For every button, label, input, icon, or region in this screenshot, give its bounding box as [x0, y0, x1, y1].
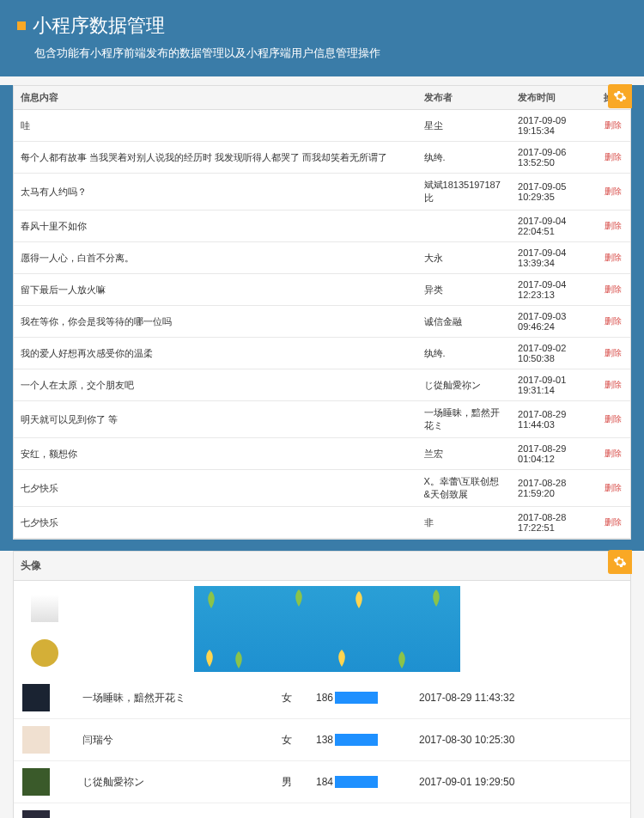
cell-content: 春风十里不如你: [14, 211, 417, 242]
delete-link[interactable]: 删除: [605, 449, 622, 458]
cell-time: 2017-09-04 12:23:13: [511, 274, 596, 306]
user-row: 大海 男 159 2017-09-01 23:35:21: [14, 803, 630, 818]
user-row: じ從舢愛祢ン 男 184 2017-09-01 19:29:50: [14, 761, 630, 803]
cell-time: 2017-09-03 09:46:24: [511, 306, 596, 338]
cell-author: 斌斌18135197187比: [417, 174, 511, 211]
cell-time: 2017-08-28 17:22:51: [511, 507, 596, 539]
table-row: 哇 星尘 2017-09-09 19:15:34 删除: [14, 110, 630, 142]
delete-link[interactable]: 删除: [605, 380, 622, 389]
table-row: 春风十里不如你 2017-09-04 22:04:51 删除: [14, 211, 630, 242]
user-gender: 女: [282, 691, 316, 705]
user-phone: 186: [316, 692, 419, 704]
table-row: 一个人在太原，交个朋友吧 じ從舢愛祢ン 2017-09-01 19:31:14 …: [14, 369, 630, 401]
cell-time: 2017-09-06 13:52:50: [511, 142, 596, 174]
cell-author: 星尘: [417, 110, 511, 142]
phone-masked: [335, 734, 378, 746]
delete-link[interactable]: 删除: [605, 517, 622, 527]
settings-button[interactable]: [608, 84, 632, 108]
cell-time: 2017-09-04 13:39:34: [511, 242, 596, 274]
user-avatar: [14, 761, 76, 803]
cell-content: 留下最后一人放火嘛: [14, 274, 417, 306]
cell-time: 2017-09-01 19:31:14: [511, 369, 596, 401]
settings-button[interactable]: [608, 550, 632, 574]
delete-link[interactable]: 删除: [605, 152, 622, 162]
delete-link[interactable]: 删除: [605, 414, 622, 424]
cell-content: 太马有人约吗？: [14, 174, 417, 211]
cell-content: 明天就可以见到你了 等: [14, 401, 417, 438]
cell-content: 我的爱人好想再次感受你的温柔: [14, 338, 417, 369]
cell-content: 安红，额想你: [14, 438, 417, 470]
page-header: 小程序数据管理 包含功能有小程序前端发布的数据管理以及小程序端用户信息管理操作: [0, 0, 644, 76]
cell-author: 兰宏: [417, 438, 511, 470]
title-marker-icon: [17, 21, 26, 30]
table-row: 明天就可以见到你了 等 一场睡昧，黯然开花ミ 2017-08-29 11:44:…: [14, 401, 630, 438]
user-row: 闫瑞兮 女 138 2017-08-30 10:25:30: [14, 719, 630, 761]
page-subtitle: 包含功能有小程序前端发布的数据管理以及小程序端用户信息管理操作: [34, 46, 627, 61]
cell-time: 2017-09-09 19:15:34: [511, 110, 596, 142]
user-phone: 184: [316, 776, 419, 788]
user-avatar: [14, 677, 76, 718]
cell-time: 2017-09-04 22:04:51: [511, 211, 596, 242]
table-row: 愿得一人心，白首不分离。 大永 2017-09-04 13:39:34 删除: [14, 242, 630, 274]
phone-masked: [335, 692, 378, 704]
col-header-content: 信息内容: [14, 86, 417, 110]
user-avatar: [14, 803, 76, 818]
delete-link[interactable]: 删除: [605, 483, 622, 492]
user-phone: 138: [316, 734, 419, 746]
cell-content: 我在等你，你会是我等待的哪一位吗: [14, 306, 417, 338]
cell-content: 愿得一人心，白首不分离。: [14, 242, 417, 274]
cell-time: 2017-08-28 21:59:20: [511, 470, 596, 507]
users-panel: 头像 一场睡昧，黯然开花ミ 女 186 2017-08-29 11:43:32 …: [13, 551, 631, 818]
avatar-thumbnail: [31, 639, 58, 667]
cell-content: 每个人都有故事 当我哭着对别人说我的经历时 我发现听得人都哭了 而我却笑着无所谓…: [14, 142, 417, 174]
delete-link[interactable]: 删除: [605, 316, 622, 326]
banner-image: [194, 586, 460, 672]
avatar-thumbnail: [31, 595, 58, 622]
cell-author: 纨绔.: [417, 142, 511, 174]
table-row: 七夕快乐 X。幸蕾\互联创想&天创致展 2017-08-28 21:59:20 …: [14, 470, 630, 507]
user-time: 2017-08-29 11:43:32: [419, 692, 514, 704]
user-name: 闫瑞兮: [76, 733, 282, 748]
delete-link[interactable]: 删除: [605, 284, 622, 294]
cell-author: [417, 211, 511, 242]
cell-author: 异类: [417, 274, 511, 306]
table-row: 我在等你，你会是我等待的哪一位吗 诚信金融 2017-09-03 09:46:2…: [14, 306, 630, 338]
cell-author: 大永: [417, 242, 511, 274]
messages-table: 信息内容 发布者 发布时间 操作 哇 星尘 2017-09-09 19:15:3…: [14, 86, 630, 539]
user-name: じ從舢愛祢ン: [76, 775, 282, 790]
cell-author: 纨绔.: [417, 338, 511, 369]
cell-time: 2017-09-05 10:29:35: [511, 174, 596, 211]
user-gender: 女: [282, 733, 316, 748]
avatar-column-header: 头像: [14, 552, 630, 581]
cell-author: 非: [417, 507, 511, 539]
gear-icon: [613, 89, 627, 103]
table-row: 安红，额想你 兰宏 2017-08-29 01:04:12 删除: [14, 438, 630, 470]
cell-content: 七夕快乐: [14, 507, 417, 539]
delete-link[interactable]: 删除: [605, 348, 622, 357]
delete-link[interactable]: 删除: [605, 221, 622, 230]
page-title: 小程序数据管理: [33, 13, 165, 39]
messages-panel: 信息内容 发布者 发布时间 操作 哇 星尘 2017-09-09 19:15:3…: [13, 85, 631, 540]
delete-link[interactable]: 删除: [605, 186, 622, 196]
user-time: 2017-08-30 10:25:30: [419, 734, 514, 746]
user-name: 一场睡昧，黯然开花ミ: [76, 691, 282, 705]
cell-author: 一场睡昧，黯然开花ミ: [417, 401, 511, 438]
delete-link[interactable]: 删除: [605, 253, 622, 262]
cell-time: 2017-09-02 10:50:38: [511, 338, 596, 369]
cell-author: じ從舢愛祢ン: [417, 369, 511, 401]
table-row: 每个人都有故事 当我哭着对别人说我的经历时 我发现听得人都哭了 而我却笑着无所谓…: [14, 142, 630, 174]
cell-content: 一个人在太原，交个朋友吧: [14, 369, 417, 401]
cell-author: X。幸蕾\互联创想&天创致展: [417, 470, 511, 507]
banner-row: [14, 581, 630, 677]
table-row: 七夕快乐 非 2017-08-28 17:22:51 删除: [14, 507, 630, 539]
user-row: 一场睡昧，黯然开花ミ 女 186 2017-08-29 11:43:32: [14, 677, 630, 719]
table-row: 我的爱人好想再次感受你的温柔 纨绔. 2017-09-02 10:50:38 删…: [14, 338, 630, 369]
phone-masked: [335, 776, 378, 788]
cell-author: 诚信金融: [417, 306, 511, 338]
user-gender: 男: [282, 775, 316, 790]
cell-time: 2017-08-29 01:04:12: [511, 438, 596, 470]
table-row: 留下最后一人放火嘛 异类 2017-09-04 12:23:13 删除: [14, 274, 630, 306]
col-header-author: 发布者: [417, 86, 511, 110]
delete-link[interactable]: 删除: [605, 120, 622, 130]
user-avatar: [14, 719, 76, 760]
